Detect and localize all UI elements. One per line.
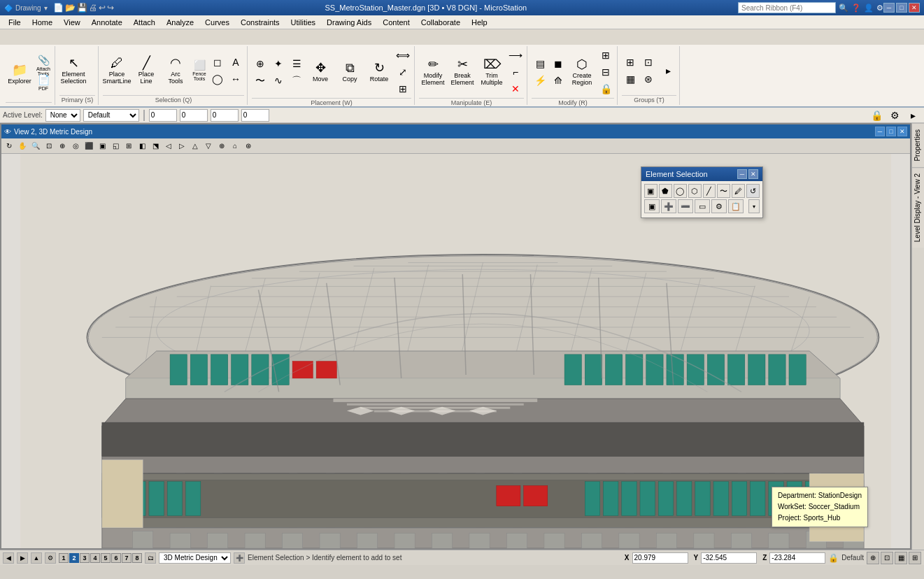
- view-num-5[interactable]: 5: [101, 553, 111, 563]
- view-tool-d[interactable]: ▣: [96, 140, 108, 152]
- model-add-btn[interactable]: ➕: [234, 552, 245, 564]
- status-up-btn[interactable]: ▲: [31, 552, 42, 564]
- view-tool-e[interactable]: ◱: [109, 140, 122, 152]
- view-num-6[interactable]: 6: [111, 553, 121, 563]
- sel-mode-circle[interactable]: ◯: [674, 184, 687, 198]
- place-smartline-btn[interactable]: 🖊 Place SmartLine: [103, 53, 131, 88]
- bottom-btn-3[interactable]: ▦: [895, 552, 907, 564]
- dialog-dropdown[interactable]: ▾: [748, 199, 760, 213]
- sel-invert[interactable]: ▭: [695, 199, 710, 213]
- lock-btn[interactable]: 🔒: [597, 81, 614, 96]
- view-tool-fit[interactable]: ⊡: [43, 140, 55, 152]
- view-tool-m[interactable]: ⊕: [215, 140, 228, 152]
- model-select[interactable]: 3D Metric Design: [159, 552, 231, 564]
- explorer-btn[interactable]: 📁 Explorer: [6, 57, 34, 92]
- sel-mode-poly[interactable]: ⬡: [688, 184, 702, 198]
- menu-home[interactable]: Home: [27, 15, 58, 29]
- view-close-btn[interactable]: ✕: [897, 127, 907, 136]
- view-tool-f[interactable]: ⊞: [122, 140, 135, 152]
- account-icon[interactable]: 👤: [864, 3, 874, 13]
- crosshair-btn[interactable]: ⊕: [252, 56, 269, 71]
- view-tool-n[interactable]: ⌂: [229, 140, 241, 152]
- status-settings-btn[interactable]: ⚙: [45, 552, 56, 564]
- menu-annotate[interactable]: Annotate: [86, 15, 128, 29]
- shape-tools-btn[interactable]: ◻: [209, 55, 226, 70]
- change-btn[interactable]: ⚡: [532, 73, 548, 88]
- view-num-2[interactable]: 2: [69, 553, 79, 563]
- point-btn[interactable]: ✦: [270, 56, 287, 71]
- view-tool-h[interactable]: ⬔: [149, 140, 162, 152]
- view-tool-b[interactable]: ◎: [69, 140, 82, 152]
- view-num-4[interactable]: 4: [90, 553, 100, 563]
- search-input[interactable]: [738, 2, 836, 13]
- groups-btn[interactable]: ⊞: [597, 48, 614, 63]
- match-btn[interactable]: ⟰: [550, 73, 567, 88]
- menu-curves[interactable]: Curves: [199, 15, 235, 29]
- sel-mode-line[interactable]: ╱: [703, 184, 716, 198]
- settings2-btn[interactable]: ⚙: [886, 108, 903, 123]
- group2-btn[interactable]: ⊡: [640, 55, 657, 70]
- break-element-btn[interactable]: ✂ Break Element: [448, 55, 476, 90]
- mirror-btn[interactable]: ⟺: [395, 48, 411, 63]
- trim-multiple-btn[interactable]: ⌦ Trim Multiple: [478, 55, 506, 90]
- sel-refresh[interactable]: ↺: [746, 184, 760, 198]
- view-num-3[interactable]: 3: [80, 553, 90, 563]
- open-icon[interactable]: 📂: [65, 3, 76, 13]
- view-max-btn[interactable]: □: [886, 127, 896, 136]
- array-btn[interactable]: ⊞: [395, 81, 411, 96]
- view-min-btn[interactable]: ─: [875, 127, 885, 136]
- z-input[interactable]: [769, 552, 825, 564]
- bottom-btn-1[interactable]: ⊕: [867, 552, 879, 564]
- bottom-btn-4[interactable]: ⊞: [909, 552, 921, 564]
- create-region-btn[interactable]: ⬡ Create Region: [568, 55, 596, 90]
- dim-btn[interactable]: ↔: [227, 71, 244, 87]
- minimize-btn[interactable]: ─: [883, 3, 895, 13]
- view-num-7[interactable]: 7: [122, 553, 132, 563]
- save-icon[interactable]: 💾: [77, 3, 87, 13]
- spline-btn[interactable]: ∿: [270, 73, 287, 88]
- place-line-btn[interactable]: ╱ Place Line: [132, 53, 160, 88]
- status-next-btn[interactable]: ▶: [17, 552, 28, 564]
- undo-icon[interactable]: ↩: [99, 3, 106, 13]
- arc-tools-btn[interactable]: ◠ Arc Tools: [162, 53, 190, 88]
- menu-attach[interactable]: Attach: [128, 15, 161, 29]
- sel-settings[interactable]: ⚙: [711, 199, 727, 213]
- menu-collaborate[interactable]: Collaborate: [415, 15, 466, 29]
- menu-view[interactable]: View: [58, 15, 86, 29]
- menu-utilities[interactable]: Utilities: [285, 15, 321, 29]
- menu-constraints[interactable]: Constraints: [235, 15, 285, 29]
- fillet-btn[interactable]: ⌐: [507, 64, 524, 80]
- hatch-btn[interactable]: ▤: [532, 56, 548, 71]
- view-tool-i[interactable]: ◁: [162, 140, 175, 152]
- dialog-close-btn[interactable]: ✕: [748, 169, 758, 179]
- close-btn[interactable]: ✕: [909, 3, 920, 13]
- sel-new[interactable]: ▣: [644, 199, 660, 213]
- scale-btn[interactable]: ⤢: [395, 64, 411, 80]
- extend-btn[interactable]: ⟶: [507, 48, 524, 63]
- bspline-btn[interactable]: ⌒: [288, 73, 305, 88]
- redo-icon[interactable]: ↪: [107, 3, 114, 13]
- sel-mode-free[interactable]: 〜: [717, 184, 730, 198]
- view-tool-j[interactable]: ▷: [176, 140, 188, 152]
- active-color-select[interactable]: Default: [83, 109, 139, 122]
- search-icon[interactable]: 🔍: [839, 3, 848, 13]
- view-tool-pan[interactable]: ✋: [16, 140, 29, 152]
- group4-btn[interactable]: ⊛: [640, 71, 657, 87]
- title-dropdown[interactable]: ▾: [44, 4, 48, 12]
- menu-file[interactable]: File: [3, 15, 27, 29]
- copy-btn[interactable]: ⧉ Copy: [336, 55, 364, 90]
- view-tool-o[interactable]: ⊛: [242, 140, 255, 152]
- y-input[interactable]: [701, 552, 757, 564]
- expand2-btn[interactable]: ▸: [904, 108, 921, 123]
- attr-field3[interactable]: [211, 109, 239, 122]
- level-display-tab[interactable]: Level Display - View 2: [912, 167, 924, 248]
- help-icon[interactable]: ❓: [851, 3, 861, 13]
- menu-drawing-aids[interactable]: Drawing Aids: [321, 15, 377, 29]
- menu-analyze[interactable]: Analyze: [161, 15, 199, 29]
- text-btn[interactable]: A: [227, 55, 244, 70]
- expand-btn[interactable]: ▸: [660, 63, 676, 78]
- sel-clipboard[interactable]: 📋: [728, 199, 744, 213]
- sel-mode-rect[interactable]: ▣: [644, 184, 658, 198]
- view-num-1[interactable]: 1: [59, 553, 69, 563]
- view-tool-k[interactable]: △: [189, 140, 201, 152]
